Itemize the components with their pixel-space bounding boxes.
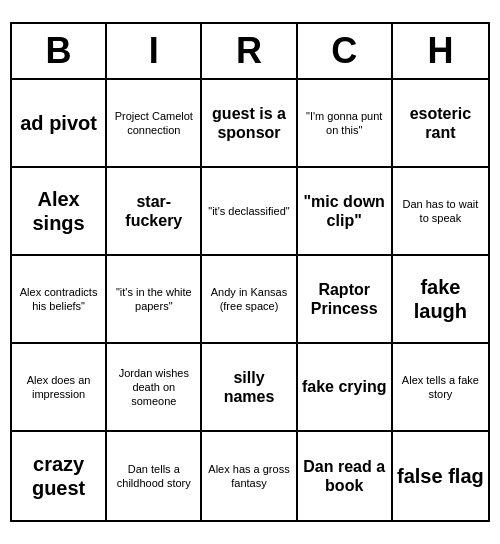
cell-label: Alex does an impression [16, 373, 101, 402]
bingo-cell[interactable]: Alex tells a fake story [393, 344, 488, 432]
bingo-cell[interactable]: Alex does an impression [12, 344, 107, 432]
bingo-cell[interactable]: Jordan wishes death on someone [107, 344, 202, 432]
bingo-cell[interactable]: "I'm gonna punt on this" [298, 80, 393, 168]
cell-label: Alex has a gross fantasy [206, 462, 291, 491]
bingo-cell[interactable]: fake laugh [393, 256, 488, 344]
bingo-cell[interactable]: Dan has to wait to speak [393, 168, 488, 256]
bingo-cell[interactable]: false flag [393, 432, 488, 520]
bingo-cell[interactable]: silly names [202, 344, 297, 432]
cell-label: "mic down clip" [302, 192, 387, 230]
bingo-cell[interactable]: Andy in Kansas (free space) [202, 256, 297, 344]
bingo-cell[interactable]: Raptor Princess [298, 256, 393, 344]
bingo-grid: ad pivotProject Camelot connectionguest … [12, 80, 488, 520]
bingo-cell[interactable]: "it's declassified" [202, 168, 297, 256]
cell-label: Andy in Kansas (free space) [206, 285, 291, 314]
cell-label: Dan tells a childhood story [111, 462, 196, 491]
cell-label: "it's declassified" [208, 204, 289, 218]
cell-label: ad pivot [20, 111, 97, 135]
cell-label: star-fuckery [111, 192, 196, 230]
cell-label: fake laugh [397, 275, 484, 323]
bingo-cell[interactable]: star-fuckery [107, 168, 202, 256]
bingo-cell[interactable]: Alex has a gross fantasy [202, 432, 297, 520]
bingo-cell[interactable]: crazy guest [12, 432, 107, 520]
bingo-cell[interactable]: ad pivot [12, 80, 107, 168]
cell-label: Raptor Princess [302, 280, 387, 318]
bingo-cell[interactable]: Dan read a book [298, 432, 393, 520]
bingo-header: BIRCH [12, 24, 488, 80]
bingo-cell[interactable]: Dan tells a childhood story [107, 432, 202, 520]
cell-label: Alex contradicts his beliefs" [16, 285, 101, 314]
cell-label: guest is a sponsor [206, 104, 291, 142]
cell-label: crazy guest [16, 452, 101, 500]
header-letter: R [202, 24, 297, 78]
cell-label: Alex tells a fake story [397, 373, 484, 402]
cell-label: fake crying [302, 377, 386, 396]
cell-label: esoteric rant [397, 104, 484, 142]
bingo-cell[interactable]: "it's in the white papers" [107, 256, 202, 344]
cell-label: Jordan wishes death on someone [111, 366, 196, 409]
bingo-card: BIRCH ad pivotProject Camelot connection… [10, 22, 490, 522]
bingo-cell[interactable]: Alex sings [12, 168, 107, 256]
cell-label: "it's in the white papers" [111, 285, 196, 314]
cell-label: Project Camelot connection [111, 109, 196, 138]
cell-label: "I'm gonna punt on this" [302, 109, 387, 138]
bingo-cell[interactable]: fake crying [298, 344, 393, 432]
header-letter: H [393, 24, 488, 78]
cell-label: Alex sings [16, 187, 101, 235]
bingo-cell[interactable]: Project Camelot connection [107, 80, 202, 168]
header-letter: I [107, 24, 202, 78]
bingo-cell[interactable]: esoteric rant [393, 80, 488, 168]
cell-label: Dan has to wait to speak [397, 197, 484, 226]
bingo-cell[interactable]: Alex contradicts his beliefs" [12, 256, 107, 344]
cell-label: false flag [397, 464, 484, 488]
header-letter: C [298, 24, 393, 78]
cell-label: silly names [206, 368, 291, 406]
header-letter: B [12, 24, 107, 78]
bingo-cell[interactable]: "mic down clip" [298, 168, 393, 256]
bingo-cell[interactable]: guest is a sponsor [202, 80, 297, 168]
cell-label: Dan read a book [302, 457, 387, 495]
